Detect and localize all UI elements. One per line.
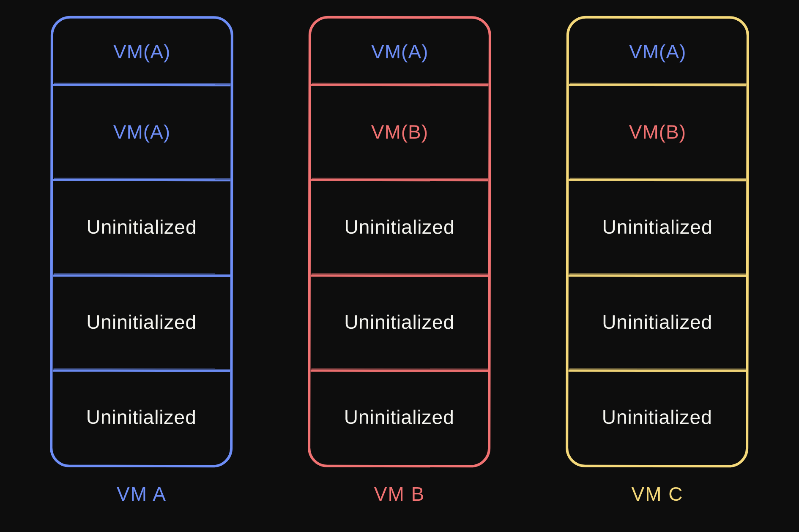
vm-c-slot-1: VM(B) bbox=[569, 84, 746, 180]
vm-a-slot-2-label: Uninitialized bbox=[86, 216, 197, 238]
vm-b-slot-1: VM(B) bbox=[311, 84, 488, 180]
vm-c-title: VM C bbox=[632, 483, 684, 505]
vm-column-c: VM(A) VM(B) Uninitialized Uninitialized … bbox=[566, 16, 749, 505]
vm-c-slot-4: Uninitialized bbox=[568, 369, 746, 465]
vm-c-slot-0-label: VM(A) bbox=[629, 40, 686, 63]
vm-c-slot-0: VM(A) bbox=[569, 19, 747, 85]
vm-column-a: VM(A) VM(A) Uninitialized Uninitialized … bbox=[50, 16, 233, 505]
vm-a-slot-1: VM(A) bbox=[53, 84, 230, 180]
vm-c-slot-2: Uninitialized bbox=[569, 179, 746, 275]
vm-box-a: VM(A) VM(A) Uninitialized Uninitialized … bbox=[50, 16, 233, 468]
vm-b-slot-3-label: Uninitialized bbox=[344, 311, 454, 333]
vm-box-b: VM(A) VM(B) Uninitialized Uninitialized … bbox=[308, 16, 491, 468]
diagram-stage: VM(A) VM(A) Uninitialized Uninitialized … bbox=[0, 0, 799, 532]
vm-b-slot-4-label: Uninitialized bbox=[344, 406, 454, 428]
vm-c-slot-3-label: Uninitialized bbox=[602, 311, 712, 333]
vm-c-slot-3: Uninitialized bbox=[568, 274, 746, 370]
vm-b-slot-2: Uninitialized bbox=[311, 179, 488, 275]
vm-column-b: VM(A) VM(B) Uninitialized Uninitialized … bbox=[308, 16, 491, 505]
vm-a-slot-2: Uninitialized bbox=[53, 179, 230, 275]
vm-b-slot-3: Uninitialized bbox=[310, 274, 488, 370]
vm-a-slot-4: Uninitialized bbox=[52, 369, 230, 465]
vm-b-slot-4: Uninitialized bbox=[310, 369, 488, 465]
vm-a-slot-3: Uninitialized bbox=[52, 274, 230, 370]
vm-c-slot-4-label: Uninitialized bbox=[602, 406, 712, 428]
vm-box-c: VM(A) VM(B) Uninitialized Uninitialized … bbox=[566, 16, 749, 468]
vm-a-slot-1-label: VM(A) bbox=[113, 120, 170, 143]
vm-a-slot-0: VM(A) bbox=[53, 19, 231, 85]
vm-a-slot-3-label: Uninitialized bbox=[86, 311, 197, 333]
vm-b-title: VM B bbox=[374, 483, 425, 505]
vm-b-slot-1-label: VM(B) bbox=[371, 120, 428, 143]
vm-c-slot-2-label: Uninitialized bbox=[602, 216, 712, 238]
vm-a-slot-4-label: Uninitialized bbox=[86, 406, 197, 428]
vm-b-slot-0-label: VM(A) bbox=[371, 40, 428, 63]
vm-a-title: VM A bbox=[117, 483, 167, 505]
vm-c-slot-1-label: VM(B) bbox=[629, 120, 686, 143]
vm-b-slot-2-label: Uninitialized bbox=[344, 216, 454, 238]
vm-b-slot-0: VM(A) bbox=[311, 19, 489, 85]
vm-a-slot-0-label: VM(A) bbox=[113, 40, 170, 63]
